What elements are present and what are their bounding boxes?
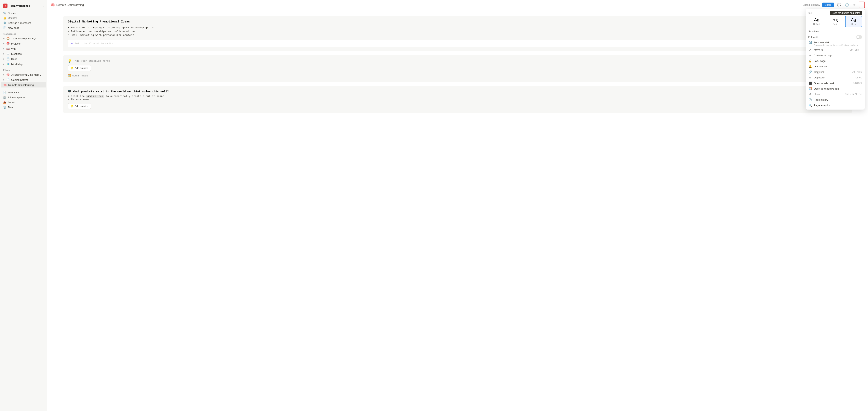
add-idea-badge: Add an idea bbox=[86, 95, 104, 98]
settings-icon: ⚙️ bbox=[3, 22, 6, 25]
open-side-peek-item[interactable]: ⬛ Open in side peek Alt+Click bbox=[806, 81, 865, 86]
analytics-icon: 🔍 bbox=[808, 104, 812, 107]
sidebar-item-team-hq[interactable]: ▶ 🏠 Team Workspace HQ bbox=[1, 36, 46, 41]
sidebar-item-templates[interactable]: 📑 Templates bbox=[1, 90, 46, 95]
page-history-item[interactable]: 🕐 Page history bbox=[806, 97, 865, 102]
copy-link-item[interactable]: 🔗 Copy link Ctrl+Alt+L bbox=[806, 69, 865, 75]
sidebar-item-settings[interactable]: ⚙️ Settings & members bbox=[1, 21, 46, 25]
expand-icon: ▶ bbox=[3, 42, 4, 44]
sidebar-label-templates: Templates bbox=[8, 91, 20, 94]
trash-icon: 🗑️ bbox=[3, 106, 6, 109]
history-icon[interactable]: 🕐 bbox=[844, 2, 850, 7]
turn-into-wiki-label: Turn into wiki bbox=[814, 41, 829, 44]
sidebar-label-mind-map: Mind Map bbox=[11, 63, 23, 66]
page-analytics-label: Page analytics bbox=[814, 104, 831, 107]
sidebar-item-ai-brainstorm[interactable]: ▶ 🧠 AI Brainstorm Mind Map ... bbox=[1, 72, 46, 77]
style-serif-label: Serif bbox=[833, 23, 837, 25]
full-width-row[interactable]: Full width bbox=[806, 34, 865, 40]
copy-link-label: Copy link bbox=[814, 70, 824, 73]
sidebar-item-updates[interactable]: 🔔 Updates bbox=[1, 15, 46, 21]
comment-icon[interactable]: 💬 bbox=[836, 2, 842, 7]
sidebar-item-remote-brainstorming[interactable]: 🧠 Remote Brainstorming bbox=[1, 82, 46, 88]
mind-map-icon: 🗺️ bbox=[6, 62, 10, 66]
idea-btn-icon: 💡 bbox=[70, 67, 73, 69]
add-idea-button[interactable]: 💡 Add an idea bbox=[68, 65, 91, 71]
edited-label: Edited just now bbox=[803, 3, 820, 6]
products-icon: 🖥️ bbox=[68, 90, 71, 93]
add-image-button[interactable]: 🖼️ Add an image bbox=[68, 73, 88, 78]
add-idea-label-2: Add an idea bbox=[75, 105, 88, 107]
sidebar-label-wiki: Wiki bbox=[11, 47, 16, 50]
duplicate-item[interactable]: ⧉ Duplicate Ctrl+D bbox=[806, 75, 865, 81]
move-to-label: Move to bbox=[814, 49, 823, 52]
add-idea-button-products[interactable]: 💡 Add an idea bbox=[68, 103, 91, 109]
more-options-button[interactable]: ··· bbox=[859, 2, 865, 8]
move-to-shortcut: Ctrl+Shift+P bbox=[849, 49, 862, 51]
get-notified-item[interactable]: 🔔 Get notified › bbox=[806, 64, 865, 69]
copy-link-shortcut: Ctrl+Alt+L bbox=[852, 70, 862, 73]
full-width-toggle[interactable] bbox=[856, 35, 862, 39]
wiki-turn-icon: ↩️ bbox=[808, 41, 812, 44]
sidebar-item-new-page[interactable]: 📄 New page bbox=[1, 25, 46, 30]
sidebar-item-all-teamspaces[interactable]: 🏢 All teamspaces bbox=[1, 95, 46, 100]
products-title: What products exist in the world we thin… bbox=[73, 90, 169, 93]
open-side-peek-label: Open in side peek bbox=[814, 82, 835, 85]
sidebar-item-meetings[interactable]: ▶ 📋 Meetings bbox=[1, 51, 46, 56]
sidebar-item-search[interactable]: 🔍 Search bbox=[1, 11, 46, 15]
import-icon: 📥 bbox=[3, 101, 6, 104]
templates-icon: 📑 bbox=[3, 91, 6, 94]
style-serif-button[interactable]: Ag Serif bbox=[827, 16, 843, 27]
sidebar-label-docs: Docs bbox=[11, 58, 17, 61]
all-teamspaces-icon: 🏢 bbox=[3, 96, 6, 99]
style-mono-label: Mono bbox=[851, 23, 857, 25]
open-windows-item[interactable]: 🪟 Open in Windows app bbox=[806, 86, 865, 91]
workspace-avatar: T bbox=[3, 4, 7, 8]
full-width-label: Full width bbox=[808, 36, 819, 39]
products-desc: ↓ Click the Add an idea to automatically… bbox=[68, 95, 847, 101]
sidebar-label-settings: Settings & members bbox=[8, 22, 31, 25]
customize-page-item[interactable]: ≡ Customize page bbox=[806, 53, 865, 58]
sidebar-item-docs[interactable]: ▶ 📄 Docs bbox=[1, 56, 46, 61]
idea-question-text: [Add your question here] bbox=[73, 60, 110, 62]
move-to-icon: ↗ bbox=[808, 48, 812, 52]
content-block-marketing: Digital Marketing Promotional Ideas Soci… bbox=[63, 16, 852, 51]
favorite-icon[interactable]: ☆ bbox=[852, 2, 856, 7]
expand-icon: ▶ bbox=[3, 74, 4, 76]
workspace-header[interactable]: T Team Workspace ⌄ bbox=[2, 2, 45, 9]
bullet-item: Influencer partnerships and collaboratio… bbox=[68, 30, 847, 33]
sidebar-item-trash[interactable]: 🗑️ Trash bbox=[1, 105, 46, 110]
style-default-label: Default bbox=[813, 23, 820, 25]
duplicate-label: Duplicate bbox=[814, 76, 825, 79]
lock-page-item[interactable]: 🔒 Lock page bbox=[806, 58, 865, 64]
search-icon: 🔍 bbox=[3, 12, 6, 14]
block-title-marketing: Digital Marketing Promotional Ideas bbox=[68, 20, 847, 24]
sidebar-label-meetings: Meetings bbox=[11, 53, 22, 55]
team-hq-icon: 🏠 bbox=[6, 37, 10, 40]
docs-icon: 📄 bbox=[6, 57, 10, 61]
image-icon: 🖼️ bbox=[68, 74, 71, 77]
sidebar-item-projects[interactable]: ▶ 🎯 Projects bbox=[1, 41, 46, 46]
share-button[interactable]: Share bbox=[822, 3, 834, 7]
sidebar-item-mind-map[interactable]: ▶ 🗺️ Mind Map bbox=[1, 61, 46, 67]
ai-input-area[interactable]: ✦ Tell the AI what to write… Generate bbox=[68, 40, 847, 47]
page-analytics-item[interactable]: 🔍 Page analytics › bbox=[806, 102, 865, 108]
sidebar-label-projects: Projects bbox=[11, 42, 21, 45]
history-clock-icon: 🕐 bbox=[808, 98, 812, 101]
undo-item[interactable]: ↺ Undo Ctrl+Z or Alt+Del bbox=[806, 91, 865, 97]
topbar-page-title: Remote Brainstorming bbox=[56, 3, 84, 6]
style-mono-button[interactable]: Ag Mono Good for drafting and notes bbox=[845, 16, 862, 27]
bullet-item: Email marketing with personalized conten… bbox=[68, 33, 847, 37]
small-text-label: Small text bbox=[808, 30, 819, 33]
sidebar-item-wiki[interactable]: ▶ 📖 Wiki bbox=[1, 46, 46, 51]
duplicate-shortcut: Ctrl+D bbox=[856, 76, 862, 79]
turn-into-wiki-item[interactable]: ↩️ Turn into wiki Organize by owner, tag… bbox=[806, 40, 865, 47]
style-default-button[interactable]: Ag Default bbox=[808, 16, 825, 27]
bell-icon: 🔔 bbox=[808, 65, 812, 68]
link-icon: 🔗 bbox=[808, 70, 812, 73]
wiki-icon: 📖 bbox=[6, 47, 10, 51]
lock-icon: 🔒 bbox=[808, 59, 812, 62]
sidebar-label-trash: Trash bbox=[8, 106, 14, 109]
sidebar-item-getting-started[interactable]: ▶ 📄 Getting Started bbox=[1, 77, 46, 82]
sidebar-item-import[interactable]: 📥 Import bbox=[1, 100, 46, 105]
move-to-item[interactable]: ↗ Move to Ctrl+Shift+P bbox=[806, 47, 865, 53]
